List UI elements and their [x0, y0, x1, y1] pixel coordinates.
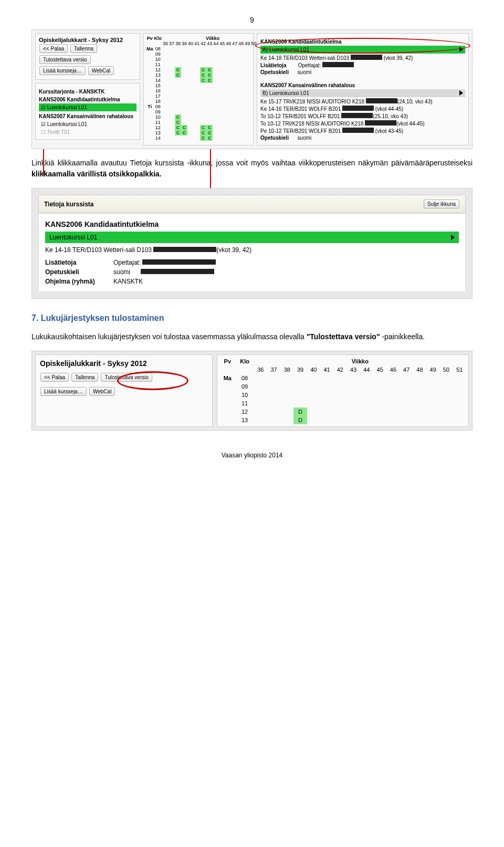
wk: 37: [267, 365, 280, 374]
footer: Vaasan yliopisto 2014: [32, 452, 472, 459]
week-grid-bottom: Pv Klo Viikko 36 37 38 39 40 41 42 43 44…: [217, 354, 469, 427]
top-title: Opiskelijalukkarit - Syksy 2012: [39, 37, 136, 43]
webcal-button[interactable]: WebCal: [89, 387, 115, 396]
paragraph-1: Linkkiä klikkaamalla avautuu Tietoja kur…: [32, 158, 472, 180]
triangle-icon: [459, 47, 463, 52]
hr: 10: [154, 114, 163, 120]
fig2-ohjelma-val: KANSKTK: [113, 278, 459, 285]
figure-top: Opiskelijalukkarit - Syksy 2012 << Palaa…: [32, 29, 472, 149]
right-h1: KANS2006 Kandidaatintutkielma: [260, 39, 465, 45]
day: Ma: [219, 374, 236, 382]
course1-item[interactable]: ☑ Luentokurssi L01: [39, 103, 136, 111]
wk: 40: [187, 41, 194, 46]
wk: 48: [413, 365, 426, 374]
fig2-course: KANS2006 Kandidaatintutkielma: [45, 220, 459, 228]
hr: 13: [154, 130, 163, 135]
course2-item-label: Luentokurssi L01: [47, 121, 87, 127]
wk: 51: [453, 365, 466, 374]
lect-label: Luentokurssi L01: [49, 234, 97, 241]
hr: 11: [154, 120, 163, 125]
pv-head: Pv: [146, 36, 154, 41]
add-courses-button[interactable]: Lisää kursseja…: [39, 66, 86, 75]
back-button[interactable]: << Palaa: [39, 44, 68, 53]
paragraph-2: Lukukausikohtaisen lukujärjestyksen voi …: [32, 331, 472, 342]
figure-tietoja-kurssista: Tietoja kurssista Sulje ikkuna KANS2006 …: [32, 188, 472, 299]
close-button[interactable]: Sulje ikkuna: [424, 200, 459, 208]
course2-heading: KANS2007 Kansainvälinen rahatalous: [39, 113, 136, 119]
hr: 08: [236, 374, 254, 382]
wk: 46: [225, 41, 232, 46]
hr: 17: [154, 93, 163, 99]
fig2-opetuskieli-val: suomi: [113, 268, 459, 276]
wk: 47: [400, 365, 413, 374]
course1-item-label: Luentokurssi L01: [47, 104, 87, 110]
triangle-icon: [451, 235, 455, 240]
lineB: Ke 14-16 TER/B201 WOLFF B201 (vkot 44-45…: [260, 106, 465, 112]
print-button[interactable]: Tulostettava versio: [39, 55, 91, 64]
print-button[interactable]: Tulostettava versio: [101, 373, 152, 382]
wk: 50: [439, 365, 453, 374]
right-lect1[interactable]: A) Luentokurssi L01: [260, 46, 465, 54]
fig2-line: Ke 14-18 TER/D103 Wetteri-sali D103 (vko…: [45, 246, 459, 254]
wk: 49: [426, 365, 439, 374]
wk: 40: [307, 365, 320, 374]
lisatietoja-lab: Lisätietoja: [260, 62, 286, 68]
save-button[interactable]: Tallenna: [71, 373, 98, 382]
fig2-opettajat: Opettajat:: [113, 259, 459, 266]
day: Ti: [146, 104, 154, 109]
figure-bottom: Opiskelijalukkarit - Syksy 2012 << Palaa…: [32, 351, 472, 431]
klo-head: Klo: [236, 357, 254, 365]
hr: 10: [154, 57, 163, 62]
hr: 13: [154, 72, 163, 78]
right-h2: KANS2007 Kansainvälinen rahatalous: [260, 82, 465, 88]
wk: 43: [206, 41, 213, 46]
hr: 14: [154, 78, 163, 83]
lineE: Pe 10-12 TER/B201 WOLFF B201 (vkot 43-45…: [260, 128, 465, 134]
wk: 36: [162, 41, 169, 46]
klo-head: Klo: [154, 36, 163, 41]
kurssit-heading: Kurssitarjonta - KANSKTK: [39, 89, 136, 95]
opetuskieli-lab: Opetuskieli: [260, 69, 289, 75]
course2-item[interactable]: ☑ Luentokurssi L01: [39, 120, 136, 128]
hr: 09: [236, 382, 254, 391]
right-lect2[interactable]: B) Luentokurssi L01: [260, 89, 465, 97]
wk: 42: [333, 365, 346, 374]
wk: 41: [194, 41, 200, 46]
wk: 42: [200, 41, 206, 46]
hr: 12: [154, 125, 163, 130]
wk: 44: [360, 365, 373, 374]
wk: 39: [181, 41, 187, 46]
fig2-lect[interactable]: Luentokurssi L01: [45, 232, 459, 243]
lect-label: B) Luentokurssi L01: [262, 90, 309, 96]
lineD: To 10-12 TRI/K218 NISSI AUDITORIO K218 (…: [260, 120, 465, 127]
wk: 44: [213, 41, 219, 46]
save-button[interactable]: Tallenna: [70, 44, 97, 53]
day: Ma: [146, 46, 154, 51]
wk: 45: [373, 365, 386, 374]
hr: 08: [154, 46, 163, 51]
hr: 08: [154, 104, 163, 109]
webcal-button[interactable]: WebCal: [88, 66, 114, 75]
wk: 49: [244, 41, 250, 46]
course3-item-label: Tentti T01: [47, 129, 70, 135]
wk: 46: [386, 365, 400, 374]
bf-title: Opiskelijalukkarit - Syksy 2012: [40, 359, 208, 368]
hr: 11: [236, 399, 254, 407]
page-number: 9: [32, 16, 472, 24]
hr: 12: [154, 67, 163, 72]
back-button[interactable]: << Palaa: [40, 373, 69, 382]
hr: 18: [154, 99, 163, 104]
wk: 45: [219, 41, 225, 46]
hr: 16: [154, 88, 163, 93]
add-courses-button[interactable]: Lisää kursseja…: [40, 387, 87, 396]
hr: 11: [154, 62, 163, 67]
viikko-head: Viikko: [162, 36, 263, 41]
fig2-ohjelma-lab: Ohjelma (ryhmä): [45, 278, 113, 285]
hr: 13: [236, 416, 254, 424]
viikko-head: Viikko: [254, 357, 466, 365]
wk: 39: [293, 365, 307, 374]
fig2-opetuskieli-lab: Opetuskieli: [45, 268, 113, 276]
course3-item[interactable]: ☐ Tentti T01: [39, 128, 136, 136]
hr: 09: [154, 109, 163, 114]
lineC: To 10-12 TER/B201 WOLFF B201 (25.10, vko…: [260, 113, 465, 119]
